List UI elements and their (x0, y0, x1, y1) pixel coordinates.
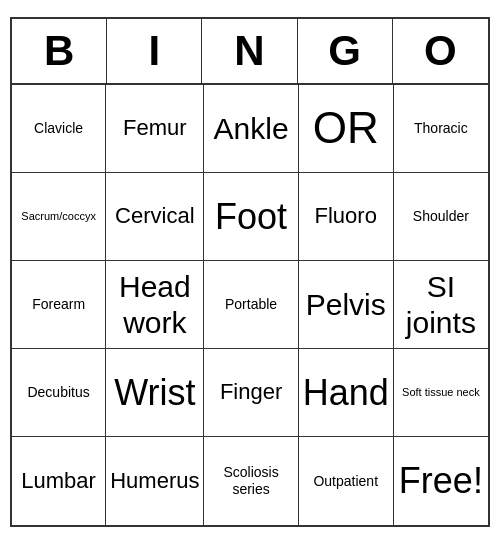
header-letter-b: B (12, 19, 107, 83)
header-letter-g: G (298, 19, 393, 83)
header-letter-n: N (202, 19, 297, 83)
bingo-card: BINGO ClavicleFemurAnkleORThoracicSacrum… (10, 17, 490, 527)
bingo-cell-4: Thoracic (394, 85, 488, 173)
bingo-cell-24: Free! (394, 437, 488, 525)
bingo-cell-20: Lumbar (12, 437, 106, 525)
bingo-cell-1: Femur (106, 85, 204, 173)
bingo-cell-12: Portable (204, 261, 298, 349)
bingo-cell-21: Humerus (106, 437, 204, 525)
bingo-cell-9: Shoulder (394, 173, 488, 261)
bingo-header: BINGO (12, 19, 488, 85)
bingo-cell-23: Outpatient (299, 437, 394, 525)
bingo-cell-18: Hand (299, 349, 394, 437)
bingo-cell-7: Foot (204, 173, 298, 261)
bingo-cell-3: OR (299, 85, 394, 173)
bingo-cell-5: Sacrum/coccyx (12, 173, 106, 261)
bingo-cell-2: Ankle (204, 85, 298, 173)
bingo-cell-6: Cervical (106, 173, 204, 261)
header-letter-o: O (393, 19, 488, 83)
bingo-cell-17: Finger (204, 349, 298, 437)
bingo-cell-15: Decubitus (12, 349, 106, 437)
bingo-cell-16: Wrist (106, 349, 204, 437)
bingo-grid: ClavicleFemurAnkleORThoracicSacrum/coccy… (12, 85, 488, 525)
bingo-cell-19: Soft tissue neck (394, 349, 488, 437)
bingo-cell-8: Fluoro (299, 173, 394, 261)
bingo-cell-14: SI joints (394, 261, 488, 349)
bingo-cell-13: Pelvis (299, 261, 394, 349)
bingo-cell-10: Forearm (12, 261, 106, 349)
bingo-cell-22: Scoliosis series (204, 437, 298, 525)
bingo-cell-0: Clavicle (12, 85, 106, 173)
bingo-cell-11: Head work (106, 261, 204, 349)
header-letter-i: I (107, 19, 202, 83)
